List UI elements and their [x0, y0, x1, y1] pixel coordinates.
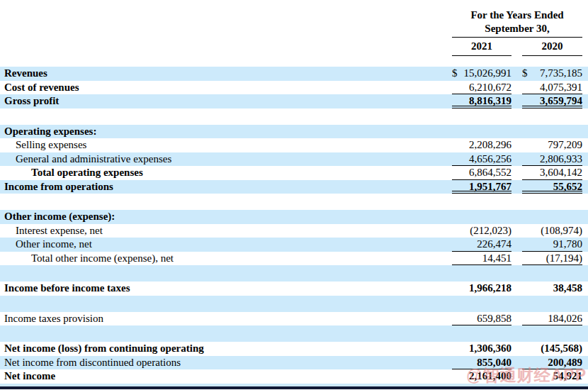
row-label: Income before income taxes — [0, 282, 452, 296]
spacer-row — [0, 325, 588, 342]
row-label: Selling expenses — [0, 138, 452, 152]
spacer-row — [0, 265, 588, 282]
row-label: Interest expense, net — [0, 224, 452, 238]
value-2020: 91,780 — [522, 238, 582, 252]
value-2020: (17,194) — [522, 252, 582, 266]
value-2021: 2,208,296 — [452, 138, 511, 152]
row-label: Cost of revenues — [0, 81, 452, 95]
value-2021: (212,023) — [452, 224, 511, 238]
row-label: Income taxes provision — [0, 312, 452, 326]
row-label: Operating expenses: — [0, 125, 588, 139]
value-2020: 797,209 — [522, 138, 582, 152]
table-row: Total other income (expense), net14,451(… — [0, 252, 588, 266]
statement-table-body: Revenues$15,026,991$7,735,185Cost of rev… — [0, 67, 588, 384]
row-label: Net income from discontinued operations — [0, 356, 452, 370]
table-row: Net income (loss) from continuing operat… — [0, 342, 588, 356]
row-label: Total other income (expense), net — [0, 252, 452, 266]
value-2021: 6,864,552 — [452, 166, 511, 180]
value-2021: 226,474 — [452, 238, 511, 252]
value-2021: 855,040 — [452, 356, 511, 370]
row-label: Net income (loss) from continuing operat… — [0, 342, 452, 356]
table-row: General and administrative expenses4,656… — [0, 152, 588, 167]
dollar-sign: $ — [452, 67, 458, 81]
value-2020: 54,921 — [522, 369, 582, 384]
value-2020: 55,652 — [522, 180, 582, 194]
value-2021: 1,306,360 — [452, 342, 511, 356]
period-title-line1: For the Years Ended — [452, 9, 582, 22]
spacer-row — [0, 296, 588, 312]
table-row: Income before income taxes1,966,21838,45… — [0, 282, 588, 296]
value-2021: 14,451 — [452, 252, 511, 266]
value-2021: 2,161,400 — [452, 369, 511, 384]
value-2020: 3,604,142 — [522, 166, 582, 180]
row-label: Revenues — [0, 67, 452, 81]
table-row: Interest expense, net(212,023)(108,974) — [0, 224, 588, 238]
value-2021: 8,816,319 — [452, 94, 511, 108]
value-2020: 4,075,391 — [522, 81, 582, 95]
value-2021: $15,026,991 — [452, 67, 511, 81]
table-row: Net income2,161,40054,921 — [0, 369, 588, 384]
value-2020: 3,659,794 — [522, 94, 582, 108]
table-row: Income taxes provision659,858184,026 — [0, 312, 588, 326]
value-2020: 200,489 — [522, 356, 582, 370]
table-row: Cost of revenues6,210,6724,075,391 — [0, 81, 588, 95]
value-2020: 2,806,933 — [522, 152, 582, 167]
table-row: Revenues$15,026,991$7,735,185 — [0, 67, 588, 81]
year-column-2020: 2020 — [522, 39, 582, 56]
row-label: General and administrative expenses — [0, 152, 452, 167]
table-bottom-border — [0, 386, 588, 389]
row-label: Other income, net — [0, 238, 452, 252]
value-2020: $7,735,185 — [522, 67, 582, 81]
table-row: Other income, net226,47491,780 — [0, 238, 588, 252]
value-number: 7,735,185 — [540, 67, 582, 81]
table-row: Operating expenses: — [0, 125, 588, 139]
row-label: Net income — [0, 369, 452, 384]
period-title: For the Years Ended September 30, — [452, 9, 582, 38]
row-label: Gross profit — [0, 94, 452, 108]
table-row: Total operating expenses6,864,5523,604,1… — [0, 166, 588, 180]
period-title-line2: September 30, — [452, 22, 582, 35]
value-2020: 184,026 — [522, 312, 582, 326]
spacer-row — [0, 108, 588, 125]
table-row: Gross profit8,816,3193,659,794 — [0, 94, 588, 108]
table-row: Net income from discontinued operations8… — [0, 356, 588, 370]
value-2020: 38,458 — [522, 282, 582, 296]
value-2021: 4,656,256 — [452, 152, 511, 167]
value-2021: 6,210,672 — [452, 81, 511, 95]
income-statement-page: For the Years Ended September 30, 2021 2… — [0, 0, 588, 390]
table-header: For the Years Ended September 30, 2021 2… — [452, 9, 582, 56]
value-2021: 659,858 — [452, 312, 511, 326]
dollar-sign: $ — [522, 67, 528, 81]
row-label: Total operating expenses — [0, 166, 452, 180]
value-2020: (145,568) — [522, 342, 582, 356]
value-2021: 1,951,767 — [452, 180, 511, 194]
table-row: Income from operations1,951,76755,652 — [0, 180, 588, 194]
value-2020: (108,974) — [522, 224, 582, 238]
table-row: Selling expenses2,208,296797,209 — [0, 138, 588, 152]
year-columns: 2021 2020 — [452, 39, 582, 56]
row-label: Other income (expense): — [0, 210, 588, 224]
value-number: 15,026,991 — [464, 67, 512, 81]
spacer-row — [0, 194, 588, 210]
value-2021: 1,966,218 — [452, 282, 511, 296]
table-row: Other income (expense): — [0, 210, 588, 224]
row-label: Income from operations — [0, 180, 452, 194]
year-column-2021: 2021 — [452, 39, 511, 56]
